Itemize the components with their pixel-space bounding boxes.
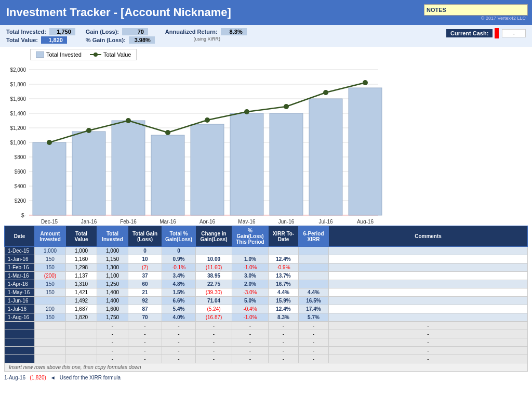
data-table: Date Amount Invested Total Value Total I… [4,226,528,372]
table-row: 1-Dec-151,0001,0001,00000 [5,247,528,255]
table-cell [196,247,232,255]
total-value-value: 1,820 [41,36,67,44]
table-section: Date Amount Invested Total Value Total I… [0,226,532,374]
right-section: NOTES [424,49,528,224]
table-cell: 92 [128,297,162,305]
table-cell: (39.30) [196,288,232,297]
table-empty-cell: - [97,322,128,330]
table-empty-cell: - [232,347,269,355]
table-cell: 4.4% [299,288,329,297]
app-title: Investment Tracker - [Account Nickname] [6,6,231,19]
notes-area[interactable]: NOTES [424,4,528,16]
table-cell: 21 [128,288,162,297]
svg-text:Mar-16: Mar-16 [159,219,176,224]
table-empty-cell [66,347,97,355]
bottom-row: 1-Aug-16 (1,820) ◄ Used for the XIRR for… [0,374,532,382]
table-empty-cell: - [97,338,128,347]
table-empty-row: -------- [5,338,528,347]
svg-text:Apr-16: Apr-16 [200,219,215,224]
svg-text:May-16: May-16 [238,219,256,224]
copyright: © 2017 Vertex42 LLC [470,16,526,21]
investment-chart: $2,000 $1,800 $1,600 $1,400 $1,200 $1,00… [4,62,383,224]
table-cell: 1,150 [97,255,128,264]
table-cell: 200 [35,305,66,313]
total-invested-value: 1,750 [49,28,75,35]
table-empty-cell: - [128,347,162,355]
summary-xirr-section: Annualized Return: 8.3% (using XIRR) [165,28,247,42]
table-cell [329,305,528,313]
pct-gain-value: 3.98% [129,36,155,44]
table-cell: 87 [128,305,162,313]
table-cell: 1-May-16 [5,288,35,297]
col-header-total-pct: Total % Gain(Loss) [162,226,196,247]
table-empty-cell: - [299,355,329,363]
table-cell: -1.0% [232,264,269,272]
total-invested-label: Total Invested: [6,29,46,35]
dot-aug16 [363,80,368,85]
total-value-row: Total Value: 1,820 [6,36,75,44]
svg-text:Feb-16: Feb-16 [120,219,137,224]
svg-text:$1,600: $1,600 [10,96,26,102]
gain-loss-label: Gain (Loss): [86,29,119,35]
table-empty-cell [35,338,66,347]
table-cell: 150 [35,255,66,264]
bar-apr16 [191,124,224,215]
table-empty-cell: - [196,322,232,330]
table-cell: 1-Jul-16 [5,305,35,313]
table-cell: 5.7% [299,313,329,322]
bar-mar16 [151,135,184,215]
table-empty-row: -------- [5,322,528,330]
table-cell: (5.24) [196,305,232,313]
svg-text:$1,200: $1,200 [10,125,26,131]
bar-feb16 [112,121,145,215]
legend-line-item: Total Value [90,51,131,58]
table-empty-cell [66,338,97,347]
table-cell: 1,137 [66,272,97,280]
table-empty-cell: - [232,355,269,363]
table-cell: 1,600 [97,305,128,313]
current-cash-box: Current Cash: - [446,28,526,38]
table-cell: 1-Aug-16 [5,313,35,322]
table-empty-cell [66,322,97,330]
table-cell: 150 [35,288,66,297]
table-cell: 6.6% [162,297,196,305]
table-empty-cell: - [97,330,128,338]
table-empty-cell: - [162,322,196,330]
table-cell [329,313,528,322]
bar-dec15 [33,142,66,215]
table-empty-cell: - [299,330,329,338]
table-empty-cell: - [232,322,269,330]
table-empty-cell: - [128,338,162,347]
table-empty-cell: - [196,330,232,338]
col-header-comments: Comments [329,226,528,247]
table-row: 1-Apr-161501,3101,250604.8%22.752.0%16.7… [5,280,528,288]
pct-gain-label: % Gain (Loss): [86,37,126,43]
table-cell: (200) [35,272,66,280]
table-empty-cell: - [329,330,528,338]
summary-bar: Total Invested: 1,750 Total Value: 1,820… [0,25,532,47]
table-row: 1-May-161501,4211,400211.5%(39.30)-3.0%4… [5,288,528,297]
bar-jan16 [72,132,105,215]
table-empty-cell: - [128,355,162,363]
current-cash-value[interactable]: - [502,29,526,37]
legend-line-label: Total Value [103,51,131,58]
table-cell [329,280,528,288]
col-header-xirr6: 6-Period XIRR [299,226,329,247]
gain-loss-row: Gain (Loss): 70 [86,28,155,35]
table-empty-cell: - [162,347,196,355]
table-row: 1-Jul-162001,6871,600875.4%(5.24)-0.4%12… [5,305,528,313]
table-empty-row: -------- [5,355,528,363]
bottom-note: Used for the XIRR formula [60,375,121,380]
total-value-label: Total Value: [6,37,38,43]
dot-jan16 [86,128,91,133]
col-header-total-invested: Total Invested [97,226,128,247]
table-cell: 1-Jan-16 [5,255,35,264]
table-cell: 1-Jun-16 [5,297,35,305]
col-header-xirr-todate: XIRR To-Date [269,226,299,247]
table-row: 1-Aug-161501,8201,750704.0%(16.87)-1.0%8… [5,313,528,322]
current-cash-label: Current Cash: [446,29,493,37]
table-cell: 71.04 [196,297,232,305]
current-cash-indicator [495,28,499,38]
table-cell [329,255,528,264]
table-cell: 60 [128,280,162,288]
